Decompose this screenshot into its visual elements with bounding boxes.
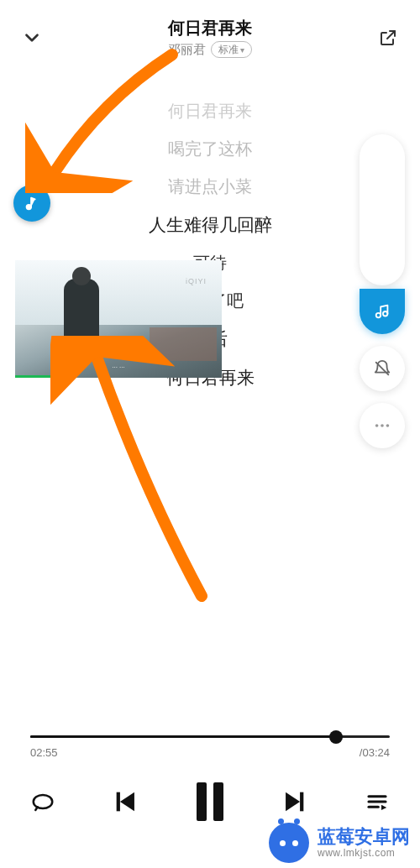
svg-marker-13 (381, 805, 386, 810)
previous-button[interactable] (112, 787, 140, 816)
pause-icon (197, 782, 207, 821)
play-pause-button[interactable] (197, 782, 223, 821)
bell-off-icon (373, 359, 391, 378)
annotation-arrow (50, 336, 218, 604)
progress-slider[interactable] (30, 735, 390, 738)
mv-source-logo: iQIYI (186, 277, 207, 285)
share-button[interactable] (376, 26, 400, 50)
watermark: 蓝莓安卓网 www.lmkjst.com (264, 818, 420, 868)
music-note-icon (23, 194, 41, 212)
pause-icon (213, 782, 223, 821)
music-note-icon (373, 302, 391, 321)
share-icon (378, 28, 398, 48)
svg-point-5 (386, 424, 390, 427)
controls-row (30, 782, 390, 821)
svg-marker-8 (286, 792, 300, 812)
progress-fill (30, 735, 336, 738)
loop-button[interactable] (30, 789, 55, 814)
dots-icon (373, 416, 391, 435)
side-controls (360, 134, 405, 448)
watermark-brand: 蓝莓安卓网 (318, 826, 410, 847)
next-button[interactable] (280, 787, 308, 816)
skip-forward-icon (280, 787, 308, 816)
mv-sky (15, 260, 222, 325)
svg-point-4 (381, 424, 384, 427)
quality-selector[interactable]: 标准 ▾ (211, 41, 252, 58)
lyrics-toggle-button[interactable] (360, 289, 405, 334)
svg-point-3 (375, 424, 379, 427)
mv-person-head (72, 267, 91, 285)
playlist-icon (365, 789, 390, 814)
skip-back-icon (112, 787, 140, 816)
annotation-arrow (25, 42, 185, 193)
watermark-url: www.lmkjst.com (318, 848, 410, 860)
lyric-line: 人生难得几回醉 (149, 213, 272, 237)
quality-label: 标准 (218, 43, 239, 57)
player-controls: 02:55 /03:24 (0, 735, 420, 821)
watermark-logo-icon (269, 823, 309, 863)
mv-progress-bar (15, 375, 52, 378)
chevron-down-icon: ▾ (240, 45, 244, 55)
watermark-text: 蓝莓安卓网 www.lmkjst.com (318, 826, 410, 859)
playlist-button[interactable] (365, 789, 390, 814)
progress-knob[interactable] (329, 730, 343, 744)
total-time: /03:24 (360, 746, 390, 759)
svg-rect-7 (117, 792, 120, 812)
svg-marker-6 (120, 792, 134, 812)
loop-icon (30, 789, 55, 814)
svg-rect-9 (300, 792, 303, 812)
more-options-button[interactable] (360, 403, 405, 448)
notification-toggle[interactable] (360, 346, 405, 391)
volume-slider[interactable] (360, 134, 405, 285)
time-row: 02:55 /03:24 (30, 746, 390, 759)
song-title: 何日君再来 (44, 17, 376, 39)
current-time: 02:55 (30, 746, 58, 759)
